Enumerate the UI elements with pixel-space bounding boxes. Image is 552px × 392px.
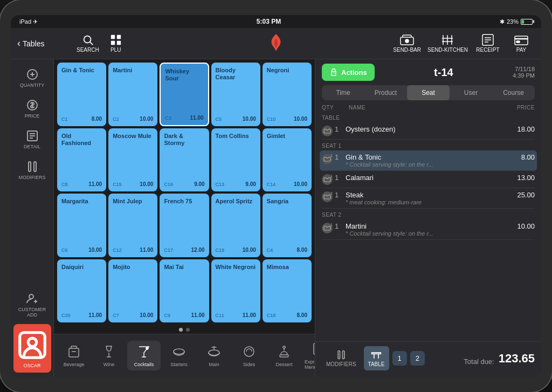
back-button[interactable]: ‹ Tables xyxy=(17,38,66,49)
table-tool-button[interactable]: TABLE xyxy=(364,346,389,370)
price-button[interactable]: PRICE xyxy=(13,94,51,123)
product-meta: C17 12.00 xyxy=(164,247,204,253)
item-name: Steak xyxy=(346,191,502,199)
cat-icon xyxy=(136,344,151,360)
oscar-button[interactable]: OSCAR xyxy=(13,324,51,373)
seat-badge-icon xyxy=(323,156,331,162)
receipt-button[interactable]: RECEIPT xyxy=(474,34,501,53)
product-button[interactable]: Mimosa C18 8.00 xyxy=(263,259,312,323)
cat-label: Sides xyxy=(243,362,256,367)
item-price: 13.00 xyxy=(502,174,535,182)
category-dessert-button[interactable]: Dessert xyxy=(267,341,301,370)
product-code: C2 xyxy=(113,116,119,122)
modifiers-button[interactable]: MODIFIERS xyxy=(13,156,51,184)
product-button[interactable]: Margarita C6 10.00 xyxy=(57,194,106,257)
product-button[interactable]: Martini C2 10.00 xyxy=(108,63,157,126)
quantity-label: QUANTITY xyxy=(20,82,45,88)
pay-button[interactable]: PAY xyxy=(508,34,535,53)
product-name: Mint Julep xyxy=(113,198,153,245)
product-code: C12 xyxy=(113,247,122,253)
col-qty-header: QTY xyxy=(322,105,349,111)
main-content: QUANTITY PRICE DETAIL xyxy=(11,59,541,377)
dot-2 xyxy=(186,328,190,332)
seat-2-button[interactable]: 2 xyxy=(410,351,425,366)
product-code: C13 xyxy=(216,182,225,187)
right-panel: Actions t-14 7/11/18 4:39 PM TimeProduct… xyxy=(315,59,541,377)
plu-button[interactable]: PLU xyxy=(110,34,122,53)
order-item[interactable]: 1 Oysters (dozen) 18.00 xyxy=(322,122,535,140)
product-button[interactable]: Bloody Ceasar C5 10.00 xyxy=(211,63,260,126)
cat-icon xyxy=(206,344,222,360)
product-button[interactable]: Mint Julep C12 11.00 xyxy=(108,194,157,257)
order-item[interactable]: 2 1 Steak * meat cooking: medium-rare 25… xyxy=(322,188,535,209)
product-button[interactable]: Mojito C7 10.00 xyxy=(108,259,157,323)
category-sides-button[interactable]: Sides xyxy=(232,341,266,370)
price-icon xyxy=(26,99,39,112)
product-button[interactable]: Dark & Stormy C16 9.00 xyxy=(160,128,209,192)
tab-seat[interactable]: Seat xyxy=(407,85,450,100)
product-button[interactable]: Sangria C4 8.00 xyxy=(263,194,312,257)
search-button[interactable]: SEARCH xyxy=(77,34,99,53)
tab-course[interactable]: Course xyxy=(492,85,535,100)
product-button[interactable]: Negroni C10 10.00 xyxy=(263,63,312,126)
status-bar: iPad ✈ 5:03 PM ✱ 23% xyxy=(11,15,541,28)
order-item[interactable]: 1 1 Martini * Cocktail serving style: on… xyxy=(322,219,535,240)
product-button[interactable]: Aperol Spritz C19 10.00 xyxy=(211,194,260,257)
product-name: Whiskey Sour xyxy=(165,68,203,113)
top-nav: ‹ Tables SEARCH PLU xyxy=(11,28,541,59)
product-grid: Gin & Tonic C1 8.00 Martini C2 10.00 Whi… xyxy=(54,59,315,326)
tab-time[interactable]: Time xyxy=(322,85,364,100)
product-price: 11.00 xyxy=(140,247,153,253)
customer-add-button[interactable]: CUSTOMER ADD xyxy=(13,288,51,322)
table-name: t-14 xyxy=(375,66,513,79)
product-button[interactable]: White Negroni C11 11.00 xyxy=(211,259,260,323)
send-kitchen-button[interactable]: SEND-KITCHEN xyxy=(427,34,468,53)
seat-badge: 1 xyxy=(322,174,333,185)
seat-1-button[interactable]: 1 xyxy=(392,351,407,366)
product-button[interactable]: Mai Tai C9 11.00 xyxy=(160,259,209,323)
product-price: 11.00 xyxy=(191,312,205,318)
order-item[interactable]: 1 1 Calamari 13.00 xyxy=(322,171,535,188)
category-express-menus-button[interactable]: Express Menus xyxy=(302,338,315,373)
plu-icon xyxy=(110,34,122,46)
seat-badge: 1 xyxy=(322,154,333,164)
category-starters-button[interactable]: Starters xyxy=(162,341,196,370)
product-button[interactable]: Moscow Mule C15 10.00 xyxy=(108,128,157,192)
product-code: C15 xyxy=(113,182,122,187)
cat-label: Beverage xyxy=(64,362,85,367)
product-price: 11.00 xyxy=(88,312,102,318)
tab-product[interactable]: Product xyxy=(364,85,407,100)
product-button[interactable]: Old Fashioned C8 11.00 xyxy=(57,128,106,192)
category-wine-button[interactable]: Wine xyxy=(92,341,126,370)
product-button[interactable]: Tom Collins C13 9.00 xyxy=(211,128,260,192)
table-tool-icon xyxy=(371,349,382,360)
product-meta: C9 11.00 xyxy=(164,312,204,318)
col-price-header: PRICE xyxy=(502,105,535,111)
svg-rect-9 xyxy=(515,36,528,45)
bluetooth-icon: ✱ xyxy=(500,18,505,25)
tab-user[interactable]: User xyxy=(450,85,492,100)
nav-center-icons: SEARCH PLU xyxy=(66,34,393,53)
actions-button[interactable]: Actions xyxy=(322,64,375,81)
product-name: Mimosa xyxy=(267,264,307,311)
modifiers-tool-label: MODIFIERS xyxy=(326,361,356,367)
product-code: C14 xyxy=(267,182,276,187)
product-button[interactable]: Gimlet C14 10.00 xyxy=(263,128,312,192)
battery-percent: 23% xyxy=(507,18,519,25)
order-item[interactable]: 1 1 Gin & Tonic * Cocktail serving style… xyxy=(320,150,537,171)
category-main-button[interactable]: Main xyxy=(197,341,231,370)
category-beverage-button[interactable]: Beverage xyxy=(57,341,91,370)
send-bar-button[interactable]: SEND-BAR xyxy=(393,34,421,53)
product-meta: C11 11.00 xyxy=(216,312,256,318)
product-price: 10.00 xyxy=(243,247,256,253)
product-price: 9.00 xyxy=(194,181,204,187)
product-button[interactable]: Whiskey Sour C3 11.00 xyxy=(160,63,209,126)
quantity-button[interactable]: QUANTITY xyxy=(13,64,51,92)
product-button[interactable]: Gin & Tonic C1 8.00 xyxy=(57,63,106,126)
cat-label: Wine xyxy=(104,362,115,367)
product-button[interactable]: Daiquiri C20 11.00 xyxy=(57,259,106,323)
product-button[interactable]: French 75 C17 12.00 xyxy=(160,194,209,257)
modifiers-tool-button[interactable]: MODIFIERS xyxy=(322,346,361,370)
detail-button[interactable]: DETAIL xyxy=(13,125,51,154)
category-cocktails-button[interactable]: Cocktails xyxy=(127,341,161,370)
